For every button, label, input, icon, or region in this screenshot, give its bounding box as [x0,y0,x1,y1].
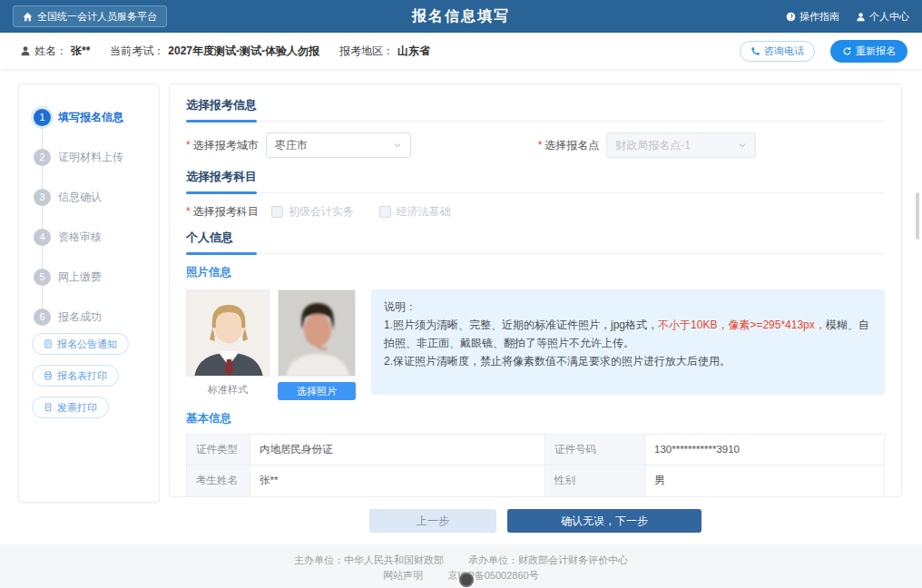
section-exam-info-title: 选择报考信息 [186,97,885,122]
sample-photo-card: 标准样式 [186,289,270,400]
personal-center-label: 个人中心 [869,10,909,24]
page-scrollbar[interactable] [916,192,919,240]
subject-row: * 选择报考科目 初级会计实务 经济法基础 [186,204,885,219]
consult-phone-button[interactable]: 咨询电话 [740,41,815,62]
user-photo [278,289,356,377]
announcement-label: 报名公告通知 [57,338,117,351]
platform-name: 全国统一会计人员服务平台 [37,10,157,24]
required-mark: * [186,205,191,218]
host-org: 主办单位：中华人民共和国财政部 [294,554,444,565]
table-label: 证件类型 [187,435,250,466]
registration-form-panel: 选择报考信息 * 选择报考城市 枣庄市 * 选择报名点 财政局报名点-1 选择报… [169,83,902,497]
subject-checkbox-practice[interactable]: 初级会计实务 [271,204,354,220]
section-personal-title: 个人信息 [186,230,885,254]
step-number: 4 [34,229,51,246]
side-link-list: 报名公告通知 报名表打印 发票打印 [32,333,129,428]
site-statement-link[interactable]: 网站声明 [383,570,423,581]
exam-label: 当前考试： [110,44,164,59]
print-form-link[interactable]: 报名表打印 [32,365,119,387]
photo-info-title: 照片信息 [186,265,885,280]
required-mark: * [186,139,191,152]
step-number: 5 [34,269,51,286]
step-label: 网上缴费 [58,270,102,285]
site-select[interactable]: 财政局报名点-1 [606,132,756,158]
sample-photo-caption: 标准样式 [186,383,270,397]
subject-checkbox-label: 初级会计实务 [289,204,354,220]
subject-label: 选择报考科目 [193,204,259,220]
table-value: 内地居民身份证 [250,435,545,466]
step-online-payment[interactable]: 5 网上缴费 [34,257,123,297]
refresh-icon [842,46,852,56]
consult-phone-label: 咨询电话 [764,44,804,58]
city-select[interactable]: 枣庄市 [266,132,411,158]
step-number: 1 [34,109,51,126]
print-form-label: 报名表打印 [57,369,107,383]
re-register-button[interactable]: 重新报名 [830,40,907,63]
re-register-label: 重新报名 [856,44,896,58]
required-mark: * [538,139,543,152]
invoice-print-link[interactable]: 发票打印 [32,397,109,418]
city-label: 选择报考城市 [193,138,259,153]
home-icon [23,12,33,22]
subject-checkbox-economic-law[interactable]: 经济法基础 [379,204,451,220]
bottom-action-bar: 上一步 确认无误，下一步 [169,509,902,533]
receipt-icon [44,403,53,412]
previous-step-button[interactable]: 上一步 [369,509,496,533]
step-number: 2 [34,149,51,166]
person-icon [856,12,866,22]
guide-link[interactable]: 操作指南 [786,10,839,24]
photo-note-line2: 2.保证照片清晰度，禁止将像素数值不满足要求的照片进行放大后使用。 [384,352,872,370]
name-value: 张** [71,44,90,59]
region-label: 报考地区： [339,44,394,59]
basic-info-table: 证件类型 内地居民身份证 证件号码 130***********3910 考生姓… [186,434,885,497]
table-label: 证件号码 [545,435,645,466]
chevron-down-icon [738,141,747,150]
photo-note-box: 说明： 1.照片须为清晰、完整、近期的标准证件照片，jpg格式，不小于10KB，… [371,289,885,395]
personal-center-link[interactable]: 个人中心 [856,10,909,24]
app-header: 全国统一会计人员服务平台 报名信息填写 操作指南 个人中心 [0,0,922,33]
step-confirm-info[interactable]: 3 信息确认 [34,177,123,217]
photo-note-line1: 1.照片须为清晰、完整、近期的标准证件照片，jpg格式，不小于10KB，像素>=… [384,316,872,352]
sample-photo [186,289,270,377]
city-select-value: 枣庄市 [275,138,308,153]
photo-note-warning: 不小于10KB，像素>=295*413px， [658,318,826,331]
step-label: 填写报名信息 [58,110,123,125]
document-icon [44,339,53,348]
step-success[interactable]: 6 报名成功 [34,297,123,337]
basic-info-title: 基本信息 [186,411,885,426]
step-label: 报名成功 [58,309,102,325]
exam-value: 2027年度测试-测试-体验人勿报 [168,44,319,59]
footer-emblem-icon [459,573,474,587]
step-number: 6 [34,309,51,326]
footer-orgs: 主办单位：中华人民共和国财政部 承办单位：财政部会计财务评价中心 [0,553,922,568]
exam-location-row: * 选择报考城市 枣庄市 * 选择报名点 财政局报名点-1 [186,132,885,158]
step-qualification-review[interactable]: 4 资格审核 [34,217,123,257]
table-label: 性别 [545,466,645,496]
printer-icon [44,371,53,380]
name-label: 姓名： [34,44,67,59]
region-value: 山东省 [397,44,430,59]
user-info: 姓名：张** 当前考试：2027年度测试-测试-体验人勿报 报考地区：山东省 [20,33,430,69]
step-upload-materials[interactable]: 2 证明材料上传 [34,137,123,177]
user-icon [20,45,31,56]
confirm-next-button[interactable]: 确认无误，下一步 [507,509,701,533]
invoice-print-label: 发票打印 [57,401,97,415]
step-label: 资格审核 [58,230,102,245]
step-fill-info[interactable]: 1 填写报名信息 [34,97,123,137]
table-label: 考生姓名 [187,466,250,496]
chevron-down-icon [393,141,402,150]
home-platform-button[interactable]: 全国统一会计人员服务平台 [13,5,167,27]
table-value: 张** [250,466,545,496]
site-label: 选择报名点 [544,138,599,153]
choose-photo-button[interactable]: 选择照片 [278,382,356,400]
phone-icon [750,46,760,56]
photo-row: 标准样式 选择照片 说明： 1.照片须为清晰、完整、近期的标准证件照 [186,289,885,400]
table-value: 男 [645,466,884,496]
announcement-link[interactable]: 报名公告通知 [32,333,129,355]
checkbox-icon [271,206,283,218]
subject-checkbox-label: 经济法基础 [397,204,451,220]
steps-sidebar: 1 填写报名信息 2 证明材料上传 3 信息确认 4 资格审核 5 网上缴费 6… [18,83,160,503]
step-label: 证明材料上传 [58,150,123,165]
site-select-value: 财政局报名点-1 [615,138,691,153]
step-number: 3 [34,189,51,206]
